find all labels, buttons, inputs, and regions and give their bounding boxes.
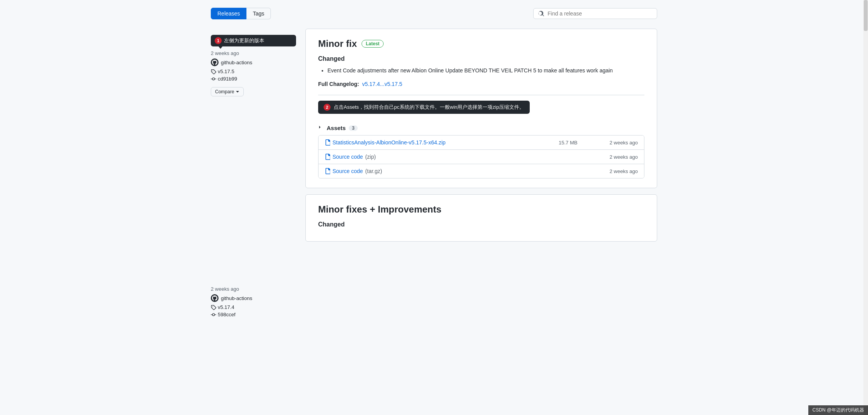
sidebar-tag-1: v5.17.5 (211, 69, 296, 74)
avatar-2 (211, 294, 219, 302)
tag-icon-1 (211, 69, 216, 74)
sidebar-author-2: github-actions (221, 295, 252, 301)
compare-button-1[interactable]: Compare (211, 87, 244, 96)
asset-zip-size: 15.7 MB (549, 140, 587, 146)
sidebar-tooltip: 1 左侧为更新的版本 (211, 35, 296, 46)
annotation-bar: 2 点击Assets，找到符合自己pc系统的下载文件。一般win用户选择第一项z… (318, 101, 530, 114)
avatar-1 (211, 58, 219, 66)
sidebar-user-1: github-actions (211, 58, 296, 66)
tab-tags[interactable]: Tags (246, 8, 271, 19)
tab-releases[interactable]: Releases (211, 8, 246, 19)
latest-badge: Latest (362, 40, 384, 48)
sidebar-tag-2: v5.17.4 (211, 304, 296, 310)
chevron-down-icon (236, 90, 239, 94)
tab-group: Releases Tags (211, 8, 271, 19)
release-title-row-1: Minor fix Latest (318, 38, 644, 49)
asset-row-zip: StatisticsAnalysis-AlbionOnline-v5.17.5-… (319, 135, 644, 150)
sidebar-tag-label-1: v5.17.5 (218, 69, 234, 74)
changelog-link[interactable]: v5.17.4...v5.17.5 (362, 81, 403, 87)
source-zip-icon (325, 154, 330, 160)
assets-table: StatisticsAnalysis-AlbionOnline-v5.17.5-… (318, 135, 644, 178)
sidebar-author-1: github-actions (221, 60, 252, 65)
asset-zip-date: 2 weeks ago (587, 140, 638, 146)
tooltip-text: 左侧为更新的版本 (224, 37, 264, 44)
release-body-1: Changed Event Code adjustments after new… (318, 55, 644, 87)
release-title-1: Minor fix (318, 38, 357, 49)
release-card-1: Minor fix Latest Changed Event Code adju… (305, 29, 657, 188)
badge-1: 1 (215, 37, 222, 44)
asset-source-tar-date: 2 weeks ago (587, 168, 638, 174)
search-icon (538, 10, 544, 17)
asset-row-source-zip: Source code (zip) 2 weeks ago (319, 150, 644, 164)
sidebar-time-1: 2 weeks ago (211, 50, 296, 56)
github-icon-1 (212, 60, 217, 65)
top-bar: Releases Tags (211, 8, 657, 19)
asset-source-tar-link[interactable]: Source code (tar.gz) (325, 168, 549, 174)
github-icon-2 (212, 295, 217, 301)
release-change-item: Event Code adjustments after new Albion … (327, 66, 644, 75)
asset-row-source-tar: Source code (tar.gz) 2 weeks ago (319, 164, 644, 178)
sidebar-user-2: github-actions (211, 294, 296, 302)
release-title-row-2: Minor fixes + Improvements (318, 204, 644, 215)
asset-source-zip-suffix: (zip) (365, 154, 376, 160)
sidebar: 1 左侧为更新的版本 2 weeks ago github-actions v5… (211, 29, 296, 321)
release-section-changed-2: Changed (318, 221, 644, 228)
changelog-label: Full Changelog: (318, 81, 359, 87)
source-tar-icon (325, 168, 330, 174)
asset-source-tar-suffix: (tar.gz) (365, 168, 382, 174)
sidebar-time-2: 2 weeks ago (211, 286, 296, 292)
assets-divider (318, 95, 644, 95)
changelog-line: Full Changelog: v5.17.4...v5.17.5 (318, 81, 644, 87)
asset-zip-name: StatisticsAnalysis-AlbionOnline-v5.17.5-… (332, 139, 446, 146)
tag-icon-2 (211, 305, 216, 310)
assets-header[interactable]: Assets 3 (318, 125, 644, 131)
asset-source-zip-name: Source code (332, 154, 363, 160)
sidebar-commit-1: cd91b99 (211, 76, 296, 82)
sidebar-commit-2: 598ccef (211, 312, 296, 317)
release-title-2: Minor fixes + Improvements (318, 204, 441, 215)
release-card-2: Minor fixes + Improvements Changed (305, 194, 657, 242)
asset-source-tar-name: Source code (332, 168, 363, 174)
release-section-changed: Changed (318, 55, 644, 62)
annotation-row: 2 点击Assets，找到符合自己pc系统的下载文件。一般win用户选择第一项z… (318, 101, 644, 119)
asset-zip-link[interactable]: StatisticsAnalysis-AlbionOnline-v5.17.5-… (325, 139, 549, 146)
chevron-assets-icon (318, 125, 324, 131)
search-input[interactable] (548, 10, 652, 17)
releases-list: Minor fix Latest Changed Event Code adju… (305, 29, 657, 321)
releases-layout: 1 左侧为更新的版本 2 weeks ago github-actions v5… (211, 29, 657, 321)
search-box (533, 8, 657, 19)
assets-count: 3 (349, 125, 358, 131)
assets-label: Assets (327, 125, 346, 131)
sidebar-commit-label-2: 598ccef (218, 312, 236, 317)
annotation-text: 点击Assets，找到符合自己pc系统的下载文件。一般win用户选择第一项zip… (334, 104, 524, 111)
badge-2: 2 (324, 104, 331, 111)
compare-label-1: Compare (215, 89, 234, 94)
asset-source-zip-date: 2 weeks ago (587, 154, 638, 160)
sidebar-commit-label-1: cd91b99 (218, 76, 237, 82)
sidebar-tag-label-2: v5.17.4 (218, 304, 234, 310)
commit-icon-1 (211, 76, 216, 82)
asset-source-zip-link[interactable]: Source code (zip) (325, 154, 549, 160)
zip-file-icon (325, 139, 330, 146)
commit-icon-2 (211, 312, 216, 317)
